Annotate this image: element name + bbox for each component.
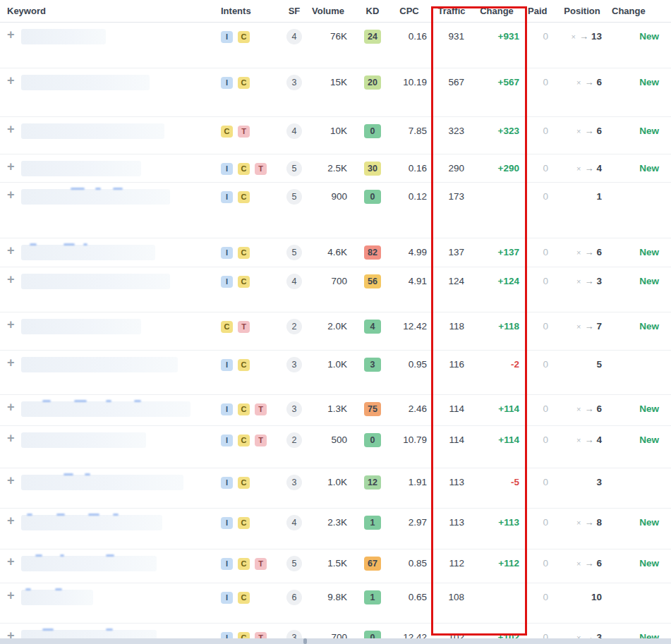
column-header-keyword[interactable]: Keyword	[7, 6, 46, 16]
kd-cell: 0	[356, 190, 389, 204]
kd-cell: 75	[356, 402, 389, 416]
kd-badge: 0	[364, 124, 381, 138]
keyword-blurred[interactable]	[21, 556, 157, 571]
traffic-change-cell: +567	[471, 75, 519, 90]
add-keyword-icon[interactable]: +	[7, 317, 15, 332]
position-value: 6	[596, 247, 602, 257]
keyword-blurred[interactable]	[21, 123, 164, 139]
traffic-change-cell: +114	[471, 402, 519, 416]
horizontal-scrollbar[interactable]	[0, 638, 671, 644]
blur-artifact	[88, 514, 99, 516]
keyword-blurred[interactable]	[21, 75, 150, 90]
position-value: 5	[596, 359, 602, 370]
paid-cell: 0	[534, 475, 548, 490]
cpc-cell: 7.85	[389, 124, 427, 138]
keyword-blurred[interactable]	[21, 357, 178, 372]
intents-cell: ICT	[221, 433, 272, 447]
paid-cell: 0	[534, 30, 548, 44]
add-keyword-icon[interactable]: +	[7, 554, 15, 569]
add-keyword-icon[interactable]: +	[7, 588, 15, 602]
intent-badge-c: C	[238, 163, 250, 175]
keyword-blurred[interactable]	[21, 245, 155, 260]
x-icon: ×	[572, 32, 576, 41]
sf-cell: 2	[281, 319, 308, 334]
column-header-kd[interactable]: KD	[356, 6, 389, 16]
kd-cell: 0	[356, 124, 389, 138]
keyword-blurred[interactable]	[21, 319, 141, 334]
keyword-blurred[interactable]	[21, 161, 141, 176]
blur-artifact	[35, 554, 42, 557]
keyword-blurred[interactable]	[21, 515, 162, 530]
table-row: +IC4700564.91124+1240×→3New	[0, 267, 671, 312]
scrollbar-thumb-edge[interactable]	[303, 638, 307, 644]
volume-cell: 1.3K	[309, 402, 347, 416]
keyword-blurred[interactable]	[21, 29, 106, 44]
column-header-change2[interactable]: Change	[612, 6, 646, 16]
keyword-blurred[interactable]	[21, 432, 146, 448]
sf-cell: 4	[281, 29, 308, 44]
intents-cell: ICT	[221, 402, 272, 416]
add-keyword-icon[interactable]: +	[7, 159, 15, 174]
column-header-cpc[interactable]: CPC	[389, 6, 430, 16]
traffic-change-cell: +323	[471, 124, 519, 138]
add-keyword-icon[interactable]: +	[7, 28, 15, 42]
add-keyword-icon[interactable]: +	[7, 514, 15, 528]
keyword-blurred[interactable]	[21, 401, 191, 417]
add-keyword-icon[interactable]: +	[7, 272, 15, 286]
kd-cell: 4	[356, 320, 389, 334]
arrow-right-icon: →	[584, 435, 593, 445]
column-header-position[interactable]: Position	[561, 6, 603, 16]
column-header-volume[interactable]: Volume	[309, 6, 347, 16]
position-value: 7	[596, 321, 602, 332]
position-cell: ×→13	[552, 30, 602, 44]
status-new: New	[612, 516, 659, 530]
keyword-blurred[interactable]	[21, 475, 183, 490]
intent-badge-c: C	[238, 403, 250, 415]
add-keyword-icon[interactable]: +	[7, 431, 15, 445]
keyword-blurred[interactable]	[21, 590, 93, 605]
table-row: +IC476K240.16931+9310×→13New	[0, 23, 671, 68]
column-header-paid[interactable]: Paid	[528, 6, 547, 16]
kd-cell: 20	[356, 75, 389, 90]
position-cell: ×→6	[552, 557, 602, 571]
kd-badge: 20	[364, 75, 381, 90]
blur-artifact	[64, 243, 75, 245]
traffic-cell: 124	[436, 274, 464, 288]
position-value: 13	[591, 31, 602, 42]
serp-features-count: 2	[286, 432, 302, 448]
volume-cell: 1.5K	[309, 557, 347, 571]
intents-cell: IC	[221, 358, 255, 372]
serp-features-count: 5	[286, 161, 302, 176]
table-row: +IC590000.1217301	[0, 183, 671, 238]
add-keyword-icon[interactable]: +	[7, 188, 15, 202]
arrow-right-icon: →	[584, 163, 593, 174]
column-header-change[interactable]: Change	[471, 6, 522, 16]
position-value: 1	[596, 191, 602, 202]
paid-cell: 0	[534, 557, 548, 571]
add-keyword-icon[interactable]: +	[7, 243, 15, 257]
intents-cell: IC	[221, 30, 255, 44]
status-new: New	[612, 124, 659, 138]
kd-badge: 75	[364, 402, 381, 416]
x-icon: ×	[576, 436, 581, 444]
column-header-traffic[interactable]: Traffic	[436, 6, 467, 16]
position-cell: ×→4	[552, 433, 602, 447]
add-keyword-icon[interactable]: +	[7, 73, 15, 87]
position-cell: ×→6	[552, 124, 602, 138]
arrow-right-icon: →	[584, 247, 593, 257]
volume-cell: 1.0K	[309, 358, 347, 372]
position-value: 4	[596, 163, 602, 174]
add-keyword-icon[interactable]: +	[7, 122, 15, 136]
add-keyword-icon[interactable]: +	[7, 356, 15, 370]
add-keyword-icon[interactable]: +	[7, 473, 15, 487]
keyword-blurred[interactable]	[21, 189, 170, 205]
blur-artifact	[42, 400, 51, 402]
keyword-blurred[interactable]	[21, 274, 170, 289]
x-icon: ×	[576, 322, 581, 331]
add-keyword-icon[interactable]: +	[7, 400, 15, 414]
column-header-sf[interactable]: SF	[281, 6, 308, 16]
traffic-change-cell: -5	[471, 475, 519, 490]
intent-badge-c: C	[238, 191, 250, 203]
table-row: +ICT2500010.79114+1140×→4New	[0, 426, 671, 468]
column-header-intents[interactable]: Intents	[221, 6, 251, 16]
